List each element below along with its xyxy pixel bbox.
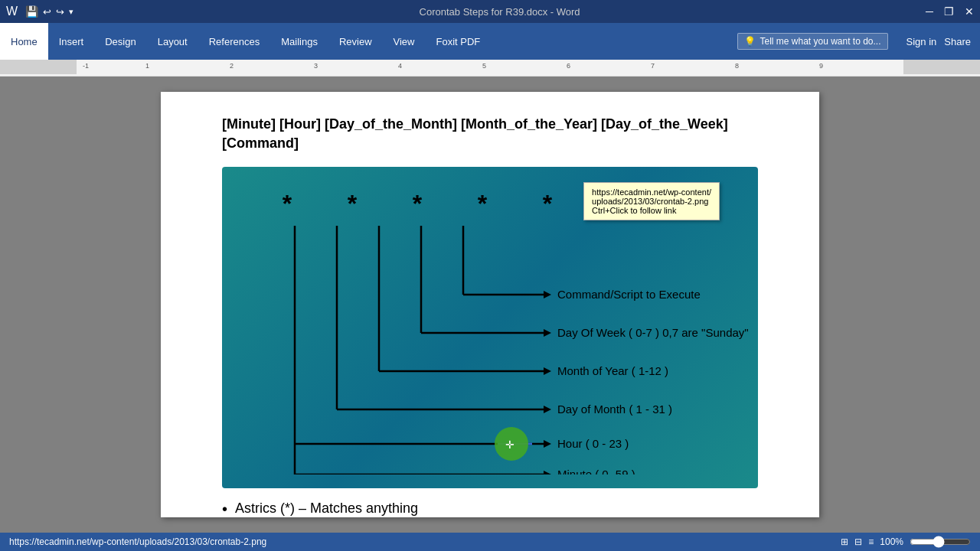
tab-design[interactable]: Design (94, 23, 146, 60)
bullet-text: Astrics (*) – Matches anything (235, 500, 418, 517)
close-button[interactable]: ✕ (965, 5, 974, 18)
svg-text:4: 4 (398, 62, 402, 70)
svg-text:6: 6 (567, 62, 570, 70)
search-lightbulb-icon: 💡 (744, 36, 756, 47)
svg-marker-22 (544, 329, 551, 337)
diagram-svg: Command/Script to Execute Day Of Week ( … (245, 222, 758, 474)
svg-text:Day of Month ( 1 - 31 ): Day of Month ( 1 - 31 ) (557, 403, 672, 416)
qat-redo[interactable]: ↪ (56, 6, 64, 18)
view-print-icon[interactable]: ⊞ (841, 536, 848, 547)
tab-insert[interactable]: Insert (48, 23, 95, 60)
svg-text:✛: ✛ (505, 439, 514, 451)
qat-dropdown[interactable]: ▾ (69, 7, 74, 17)
word-icon: W (6, 5, 18, 18)
sign-in-button[interactable]: Sign in (906, 36, 937, 47)
star-1: * (276, 190, 299, 218)
minimize-button[interactable]: ─ (926, 5, 933, 18)
view-web-icon[interactable]: ≡ (868, 536, 874, 547)
status-bar: https://tecadmin.net/wp-content/uploads/… (0, 533, 980, 551)
star-2: * (341, 190, 364, 218)
search-placeholder-text: Tell me what you want to do... (760, 36, 880, 47)
zoom-slider[interactable] (910, 536, 971, 548)
star-4: * (471, 190, 494, 218)
bullet-item: • Astrics (*) – Matches anything (222, 500, 758, 518)
ribbon-search-area: 💡 Tell me what you want to do... (728, 23, 897, 60)
status-url: https://tecadmin.net/wp-content/uploads/… (9, 536, 266, 547)
heading-line1: [Minute] [Hour] [Day_of_the_Month] [Mont… (222, 116, 728, 132)
svg-marker-19 (544, 291, 551, 298)
ribbon: Home Insert Design Layout References Mai… (0, 23, 980, 60)
svg-text:8: 8 (735, 62, 739, 70)
document-page: [Minute] [Hour] [Day_of_the_Month] [Mont… (161, 92, 819, 517)
tab-review[interactable]: Review (328, 23, 383, 60)
svg-text:Command/Script to Execute: Command/Script to Execute (557, 288, 701, 301)
tooltip-url1: https://tecadmin.net/wp-content/ (592, 187, 711, 197)
ruler-svg: -1 1 2 3 4 5 6 7 8 9 (0, 60, 980, 74)
svg-text:3: 3 (314, 62, 318, 70)
qat-save[interactable]: 💾 (25, 5, 38, 18)
share-button[interactable]: Share (944, 36, 971, 47)
tab-mailings[interactable]: Mailings (270, 23, 328, 60)
heading-line2: [Command] (222, 135, 299, 151)
svg-text:Day Of Week ( 0-7 )  0,7 are ": Day Of Week ( 0-7 ) 0,7 are "Sunday" (557, 326, 749, 339)
search-box[interactable]: 💡 Tell me what you want to do... (737, 33, 887, 50)
svg-text:Minute ( 0- 59 ): Minute ( 0- 59 ) (557, 468, 635, 474)
svg-text:Month of Year ( 1-12 ): Month of Year ( 1-12 ) (557, 364, 668, 377)
zoom-level: 100% (880, 536, 903, 547)
bullet-marker: • (222, 500, 227, 518)
tab-references[interactable]: References (198, 23, 270, 60)
status-right: ⊞ ⊟ ≡ 100% (841, 536, 971, 548)
svg-text:7: 7 (651, 62, 655, 70)
svg-text:1: 1 (145, 62, 149, 70)
tab-foxit[interactable]: Foxit PDF (425, 23, 491, 60)
tab-home[interactable]: Home (0, 23, 48, 60)
qat-undo[interactable]: ↩ (43, 6, 51, 18)
tab-view[interactable]: View (383, 23, 426, 60)
tab-layout[interactable]: Layout (147, 23, 198, 60)
svg-marker-25 (544, 367, 551, 375)
svg-text:9: 9 (819, 62, 823, 70)
tooltip-url2: uploads/2013/03/crontab-2.png (592, 197, 711, 206)
svg-text:2: 2 (230, 62, 234, 70)
svg-marker-28 (544, 406, 551, 413)
ruler: -1 1 2 3 4 5 6 7 8 9 (0, 60, 980, 77)
document-area: [Minute] [Hour] [Day_of_the_Month] [Mont… (0, 77, 980, 533)
svg-text:-1: -1 (83, 62, 89, 70)
tooltip-instruction: Ctrl+Click to follow link (592, 206, 711, 215)
svg-marker-34 (544, 440, 551, 448)
svg-text:Hour ( 0 - 23 ): Hour ( 0 - 23 ) (557, 437, 629, 450)
title-bar-controls: ─ ❐ ✕ (926, 5, 974, 18)
title-bar: W 💾 ↩ ↪ ▾ Corontab Steps for R39.docx - … (0, 0, 980, 23)
restore-button[interactable]: ❐ (944, 5, 954, 18)
svg-rect-2 (903, 60, 980, 74)
title-bar-left: W 💾 ↩ ↪ ▾ (6, 5, 74, 18)
ruler-inner: -1 1 2 3 4 5 6 7 8 9 (0, 60, 980, 76)
star-5: * (536, 190, 559, 218)
svg-rect-1 (0, 60, 77, 74)
view-read-icon[interactable]: ⊟ (854, 536, 862, 547)
document-heading: [Minute] [Hour] [Day_of_the_Month] [Mont… (222, 115, 758, 153)
window-title: Corontab Steps for R39.docx - Word (420, 6, 580, 18)
star-3: * (406, 190, 429, 218)
crontab-diagram: https://tecadmin.net/wp-content/ uploads… (222, 167, 758, 488)
svg-text:5: 5 (482, 62, 486, 70)
hyperlink-tooltip: https://tecadmin.net/wp-content/ uploads… (583, 182, 720, 220)
svg-marker-38 (544, 471, 551, 474)
ribbon-right-area: Sign in Share (897, 23, 980, 60)
